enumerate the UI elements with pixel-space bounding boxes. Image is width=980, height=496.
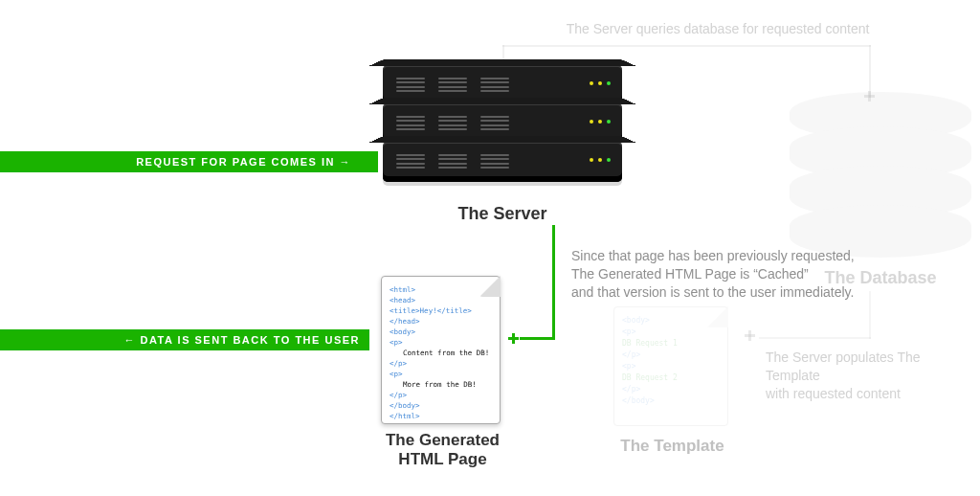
template-label: The Template [593,437,751,456]
connector-top-v2 [869,45,871,98]
template-icon: <body> <p> DB Request 1 </p> <p> DB Requ… [613,306,728,426]
node-gen [508,333,519,344]
caption-query-db: The Server queries database for requeste… [550,20,885,38]
caption-cache: Since that page has been previously requ… [571,247,906,302]
database-icon [790,105,971,258]
response-bar: ← DATA IS SENT BACK TO THE USER [0,329,369,350]
node-template [745,330,755,341]
request-bar-label: REQUEST FOR PAGE COMES IN → [0,151,378,172]
connector-db-tmpl-h [759,337,871,339]
caption-populate: The Server populates The Template with r… [766,349,976,403]
response-bar-label: ← DATA IS SENT BACK TO THE USER [0,329,369,350]
generated-page-icon: <html> <head> <title>Hey!</title> </head… [381,276,501,424]
connector-db-tmpl-v [869,291,871,339]
request-bar: REQUEST FOR PAGE COMES IN → [0,151,378,172]
generated-page-label: The Generated HTML Page [354,431,531,469]
server-label: The Server [383,204,622,224]
connector-top-h [502,45,871,47]
connector-server-gen-h [520,337,555,340]
connector-server-gen-v [552,225,555,340]
server-icon [383,67,622,182]
